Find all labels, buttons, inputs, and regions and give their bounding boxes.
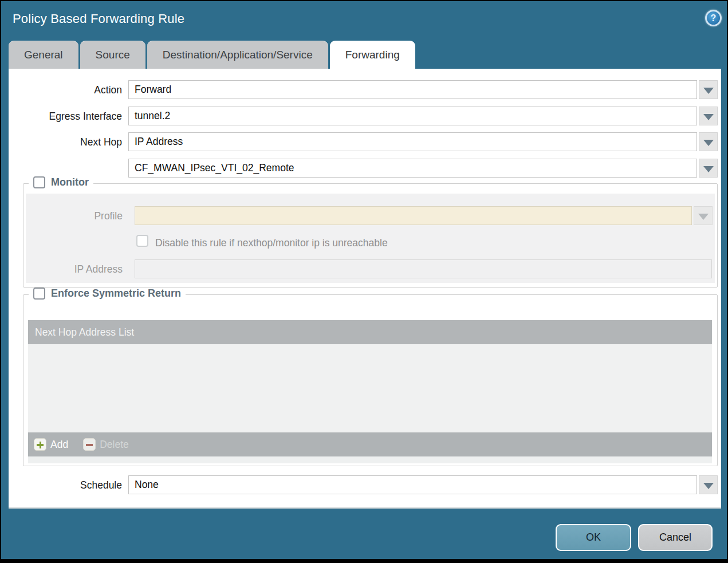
next-hop-type-dropdown-icon[interactable] <box>699 132 718 151</box>
help-icon[interactable]: ? <box>705 10 722 26</box>
monitor-ip-address-label: IP Address <box>23 263 123 275</box>
policy-based-forwarding-dialog: Policy Based Forwarding Rule ? General S… <box>0 0 728 563</box>
egress-interface-select[interactable]: tunnel.2 <box>128 107 697 125</box>
next-hop-label: Next Hop <box>9 136 122 148</box>
next-hop-address-dropdown-icon[interactable] <box>699 159 718 178</box>
next-hop-address-list-toolbar: Add Delete <box>28 432 712 456</box>
egress-interface-dropdown-icon[interactable] <box>699 107 718 125</box>
forwarding-tab-panel: Action Forward Egress Interface tunnel.2… <box>9 69 721 509</box>
next-hop-address-select[interactable]: CF_MWAN_IPsec_VTI_02_Remote <box>128 159 697 178</box>
schedule-select[interactable]: None <box>128 475 697 494</box>
add-plus-icon <box>34 438 46 451</box>
enforce-symmetric-return-section: Enforce Symmetric Return Next Hop Addres… <box>23 294 718 466</box>
tab-bar: General Source Destination/Application/S… <box>9 41 415 69</box>
monitor-section: Monitor Profile Disable this rule if nex… <box>23 183 718 288</box>
profile-dropdown-icon <box>694 206 713 225</box>
delete-minus-icon <box>83 438 96 451</box>
egress-interface-label: Egress Interface <box>9 111 122 123</box>
schedule-label: Schedule <box>9 479 122 491</box>
table-bottom-strip <box>28 456 712 463</box>
action-dropdown-icon[interactable] <box>699 80 718 99</box>
monitor-checkbox[interactable] <box>33 176 45 188</box>
monitor-legend-label: Monitor <box>51 176 89 188</box>
disable-rule-label: Disable this rule if nexthop/monitor ip … <box>155 237 388 249</box>
ok-button[interactable]: OK <box>556 524 631 551</box>
action-label: Action <box>9 84 122 96</box>
cancel-button[interactable]: Cancel <box>638 524 713 551</box>
dialog-title: Policy Based Forwarding Rule <box>13 11 184 26</box>
delete-button[interactable]: Delete <box>83 438 129 451</box>
delete-button-label: Delete <box>100 439 129 451</box>
tab-source[interactable]: Source <box>80 41 145 69</box>
monitor-legend: Monitor <box>29 176 93 188</box>
add-button[interactable]: Add <box>34 438 68 451</box>
monitor-ip-address-input <box>135 259 712 278</box>
add-button-label: Add <box>50 439 68 451</box>
next-hop-type-select[interactable]: IP Address <box>128 132 697 151</box>
next-hop-address-list-header: Next Hop Address List <box>28 320 712 344</box>
action-select[interactable]: Forward <box>128 80 697 99</box>
next-hop-address-list-body[interactable] <box>28 344 712 432</box>
next-hop-address-list-table: Next Hop Address List Add Delete <box>28 320 712 463</box>
tab-forwarding[interactable]: Forwarding <box>330 41 415 69</box>
disable-rule-checkbox[interactable] <box>136 235 148 247</box>
enforce-symmetric-return-legend-label: Enforce Symmetric Return <box>51 288 181 300</box>
profile-label: Profile <box>23 210 123 222</box>
tab-destination-application-service[interactable]: Destination/Application/Service <box>147 41 328 69</box>
enforce-symmetric-return-checkbox[interactable] <box>33 288 45 300</box>
schedule-dropdown-icon[interactable] <box>699 475 718 494</box>
profile-select[interactable] <box>135 206 692 225</box>
tab-general[interactable]: General <box>9 41 78 69</box>
enforce-symmetric-return-legend: Enforce Symmetric Return <box>29 288 186 300</box>
